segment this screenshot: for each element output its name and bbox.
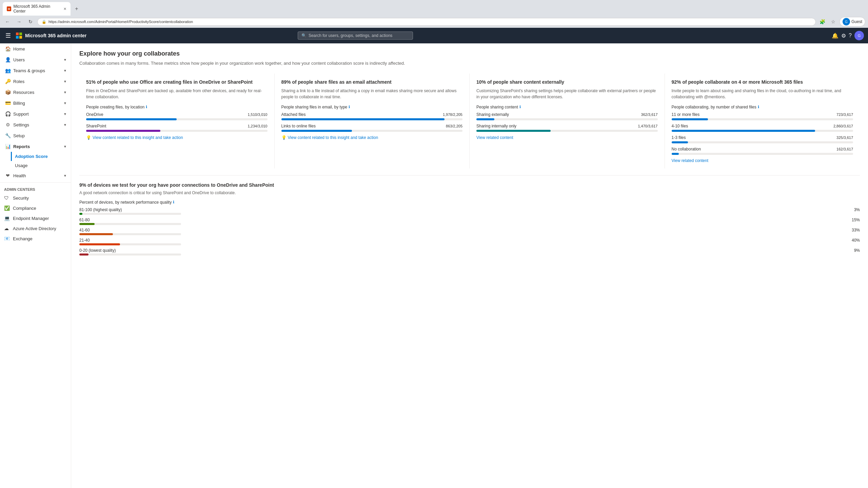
card-2-attached-bar: Attached files 1,978/2,205 [281,112,463,120]
sidebar-settings-label: Settings [13,122,29,127]
sidebar-item-users[interactable]: 👤 Users ▼ [0,54,71,65]
network-title: 9% of devices we test for your org have … [79,182,860,188]
card-4-title: 92% of people collaborate on 4 or more M… [672,79,853,85]
compliance-icon: ✅ [4,205,10,211]
sidebar-item-teams-groups[interactable]: 👥 Teams & groups ▼ [0,65,71,76]
card-4-view-link[interactable]: View related content [672,158,853,163]
sidebar-divider [0,182,71,183]
search-box[interactable]: 🔍 [298,32,413,40]
sidebar-health-label: Health [13,173,26,178]
chevron-down-icon-4: ▼ [63,90,67,94]
url-text: https://admin.microsoft.com/AdminPortal/… [48,20,193,24]
url-bar[interactable]: 🔒 https://admin.microsoft.com/AdminPorta… [37,18,816,26]
network-row-21-40: 21-40 40% [79,238,860,245]
sidebar-item-health[interactable]: ❤ Health ▼ [0,170,71,181]
sidebar-item-roles[interactable]: 🔑 Roles ▼ [0,76,71,87]
chevron-down-icon-3: ▼ [63,80,67,83]
sidebar-item-resources[interactable]: 📦 Resources ▼ [0,87,71,98]
sidebar-home-label: Home [13,46,25,52]
browser-actions: 🧩 ☆ G Guest [818,17,865,26]
chevron-down-icon-6: ▼ [63,112,67,116]
card-3-view-link[interactable]: View related content [476,135,658,140]
search-input[interactable] [309,33,409,38]
notification-icon[interactable]: 🔔 [832,33,839,39]
sidebar-item-setup[interactable]: 🔧 Setup [0,130,71,141]
network-row-41-60: 41-60 33% [79,228,860,235]
sidebar-users-label: Users [13,57,25,62]
info-icon-3[interactable]: ℹ [519,105,521,109]
chevron-down-icon-8: ▼ [63,145,67,148]
sidebar-item-billing[interactable]: 💳 Billing ▼ [0,98,71,108]
sidebar: 🏠 Home 👤 Users ▼ 👥 Teams & groups ▼ 🔑 Ro… [0,43,71,488]
favorites-button[interactable]: ☆ [829,17,838,26]
extensions-button[interactable]: 🧩 [818,17,827,26]
card-3-title: 10% of people share content externally [476,79,658,85]
sidebar-reports-label: Reports [13,144,30,149]
card-4-desc: Invite people to learn about saving and … [672,88,853,100]
sidebar-item-support[interactable]: 🎧 Support ▼ [0,108,71,119]
network-row-81-100: 81-100 (highest quality) 3% [79,207,860,215]
card-1-onedrive-bar: OneDrive 1,510/3,010 [86,112,268,120]
support-icon: 🎧 [5,111,11,117]
sidebar-item-reports[interactable]: 📊 Reports ▼ [0,141,71,152]
settings-icon[interactable]: ⚙ [841,33,846,39]
back-button[interactable]: ← [3,17,12,26]
lightbulb-icon-2: 💡 [281,135,287,140]
info-icon-network[interactable]: ℹ [173,200,174,204]
info-icon-1[interactable]: ℹ [146,105,147,109]
top-bar-avatar[interactable]: G [854,31,864,40]
tab-close-button[interactable]: ✕ [63,7,66,11]
chevron-down-icon-5: ▼ [63,101,67,105]
info-icon-4[interactable]: ℹ [758,105,759,109]
card-1-title: 51% of people who use Office are creatin… [86,79,268,85]
sidebar-teams-label: Teams & groups [13,68,45,73]
setup-icon: 🔧 [5,133,11,138]
security-icon: 🛡 [4,195,10,201]
sidebar-item-usage[interactable]: Usage [11,161,71,170]
sidebar-billing-label: Billing [13,101,25,106]
sidebar-item-endpoint-manager[interactable]: 💻 Endpoint Manager [0,213,71,223]
card-4-1to3-bar: 1-3 files 325/3,617 [672,135,853,143]
section-divider [79,175,860,176]
card-1-view-link[interactable]: 💡 View content related to this insight a… [86,135,268,140]
app-shell: ☰ Microsoft 365 admin center 🔍 🔔 ⚙ ? G 🏠 [0,28,868,488]
sidebar-roles-label: Roles [13,79,24,84]
hamburger-menu[interactable]: ☰ [4,30,12,41]
reports-icon: 📊 [5,144,11,149]
sidebar-item-home[interactable]: 🏠 Home [0,43,71,54]
page-title: Explore how your org collaborates [79,50,860,57]
info-icon-2[interactable]: ℹ [349,105,350,109]
sidebar-azure-label: Azure Active Directory [13,226,56,231]
svg-rect-1 [19,33,22,35]
billing-icon: 💳 [5,100,11,106]
card-3-metric-label: People sharing content ℹ [476,105,658,109]
svg-rect-3 [19,36,22,39]
cards-grid: 51% of people who use Office are creatin… [79,74,860,168]
new-tab-button[interactable]: + [72,4,81,14]
sidebar-item-exchange[interactable]: 📧 Exchange [0,233,71,244]
forward-button[interactable]: → [14,17,24,26]
profile-button[interactable]: G Guest [840,17,865,26]
tab-bar: M Microsoft 365 Admin Center ✕ + [0,0,868,16]
resources-icon: 📦 [5,89,11,95]
sidebar-item-security[interactable]: 🛡 Security [0,193,71,203]
teams-icon: 👥 [5,68,11,73]
card-3-desc: Customizing SharePoint's sharing setting… [476,88,658,100]
card-2-links-bar: Links to online files 863/2,205 [281,124,463,132]
sidebar-item-compliance[interactable]: ✅ Compliance [0,203,71,213]
avatar: G [843,18,850,25]
page-subtitle: Collaboration comes in many forms. These… [79,60,860,67]
users-icon: 👤 [5,57,11,62]
sidebar-item-adoption-score[interactable]: Adoption Score [11,152,71,161]
active-tab[interactable]: M Microsoft 365 Admin Center ✕ [3,2,71,16]
sidebar-item-settings[interactable]: ⚙ Settings ▼ [0,119,71,130]
card-2-view-link[interactable]: 💡 View content related to this insight a… [281,135,463,140]
settings-icon-2: ⚙ [5,122,11,127]
lightbulb-icon: 💡 [86,135,91,140]
sidebar-exchange-label: Exchange [13,236,33,241]
tab-title: Microsoft 365 Admin Center [13,4,61,14]
reload-button[interactable]: ↻ [26,17,35,26]
help-icon[interactable]: ? [849,33,852,39]
sidebar-item-azure-ad[interactable]: ☁ Azure Active Directory [0,223,71,233]
network-section: 9% of devices we test for your org have … [79,182,860,256]
